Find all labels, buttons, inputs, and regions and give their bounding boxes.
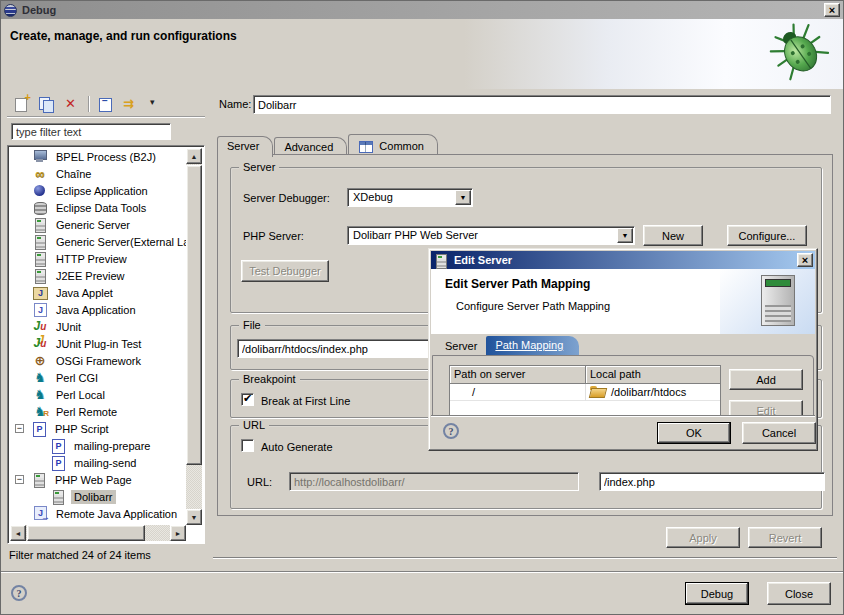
break-first-line-checkbox[interactable] [241,393,254,406]
add-mapping-button[interactable]: Add [729,369,803,390]
auto-generate-checkbox[interactable] [241,439,254,452]
table-row[interactable]: / /dolibarr/htdocs [450,384,720,401]
tab-server[interactable]: Server [217,136,273,157]
base-url-input [289,472,579,491]
tree-item-java-application[interactable]: Java Application [10,301,186,318]
junit-plugin-icon [32,336,48,351]
tree-vertical-scrollbar[interactable]: ▲ ▼ [186,148,202,525]
tree-item-generic-server-external[interactable]: Generic Server(External La [10,233,186,250]
horizontal-scroll-thumb[interactable] [27,525,145,541]
filter-launch-icon[interactable] [122,96,139,112]
type-filter-input[interactable] [11,123,171,140]
dialog-title: Edit Server [454,254,512,266]
tree-item-java-applet[interactable]: Java Applet [10,284,186,301]
filter-status-text: Filter matched 24 of 24 items [9,549,151,561]
remote-java-icon [32,506,48,521]
server-icon [50,489,66,504]
server-icon [32,217,48,232]
tree-item-dolibarr[interactable]: Dolibarr [10,488,186,505]
tab-common[interactable]: Common [348,134,438,156]
dialog-subheading: Configure Server Path Mapping [456,300,610,312]
php-server-select[interactable]: Dolibarr PHP Web Server ▼ [347,226,635,245]
debug-button[interactable]: Debug [685,582,749,605]
collapse-all-icon[interactable] [97,96,114,112]
apply-button[interactable]: Apply [666,527,740,548]
perl-camel-remote-icon [32,404,48,419]
tree-item-junit-plugin-test[interactable]: JUnit Plug-in Test [10,335,186,352]
test-debugger-button[interactable]: Test Debugger [241,260,329,282]
file-group-label: File [239,319,265,331]
vertical-scroll-thumb[interactable] [186,165,202,465]
server-debugger-label: Server Debugger: [243,192,330,204]
configuration-name-input[interactable] [253,95,831,114]
new-configuration-icon[interactable] [13,96,30,112]
server-icon [433,253,449,268]
tree-horizontal-scrollbar[interactable]: ◄ ► [10,525,186,541]
configure-server-button[interactable]: Configure... [727,225,807,246]
tree-item-eclipse-application[interactable]: Eclipse Application [10,182,186,199]
tree-item-http-preview[interactable]: HTTP Preview [10,250,186,267]
new-server-button[interactable]: New [643,225,703,246]
scroll-up-icon[interactable]: ▲ [186,148,202,164]
table-icon [358,138,374,153]
dialog-footer: ? OK Cancel [431,415,815,448]
tree-item-mailing-send[interactable]: mailing-send [10,454,186,471]
tree-item-junit[interactable]: JUnit [10,318,186,335]
url-path-input[interactable] [599,472,825,491]
scroll-down-icon[interactable]: ▼ [186,509,202,525]
folder-icon [590,386,606,398]
tree-item-perl-remote[interactable]: Perl Remote [10,403,186,420]
server-debugger-select[interactable]: XDebug ▼ [347,188,473,207]
help-icon[interactable]: ? [11,585,27,601]
path-mapping-table: Path on server Local path / /dolibarr/ht… [449,365,721,417]
window-titlebar: Debug × [1,1,843,19]
cancel-button[interactable]: Cancel [742,422,816,444]
eclipse-sphere-icon [32,183,48,198]
duplicate-configuration-icon[interactable] [38,96,55,112]
close-button[interactable]: Close [767,582,831,605]
configurations-sidebar: BPEL Process (B2J) Chaîne Eclipse Applic… [7,91,205,561]
tree-item-php-script[interactable]: −PHP Script [10,420,186,437]
server-icon [32,234,48,249]
edit-server-dialog: Edit Server × Edit Server Path Mapping C… [428,248,818,451]
panel-divider [213,557,837,558]
php-server-label: PHP Server: [243,230,304,242]
configuration-tree: BPEL Process (B2J) Chaîne Eclipse Applic… [7,145,205,544]
scroll-left-icon[interactable]: ◄ [10,525,26,541]
perl-camel-icon [32,387,48,402]
eclipse-icon [4,4,17,17]
dialog-help-icon[interactable]: ? [443,423,459,439]
tree-item-j2ee-preview[interactable]: J2EE Preview [10,267,186,284]
ok-button[interactable]: OK [657,422,731,444]
tree-item-remote-java-application[interactable]: Remote Java Application [10,505,186,522]
dialog-close-icon[interactable]: × [797,253,813,267]
tree-item-generic-server[interactable]: Generic Server [10,216,186,233]
tree-item-osgi-framework[interactable]: OSGi Framework [10,352,186,369]
window-close-button[interactable]: × [824,3,840,17]
tree-item-eclipse-data-tools[interactable]: Eclipse Data Tools [10,199,186,216]
chevron-down-icon[interactable]: ▼ [455,190,471,205]
url-label: URL: [247,476,272,488]
dialog-tab-path-mapping[interactable]: Path Mapping [486,336,579,355]
column-path-on-server[interactable]: Path on server [450,366,586,384]
tree-item-php-web-page[interactable]: −PHP Web Page [10,471,186,488]
column-local-path[interactable]: Local path [586,366,720,384]
chevron-down-icon[interactable]: ▼ [617,228,633,243]
name-label: Name: [219,98,251,110]
delete-configuration-icon[interactable] [63,96,80,112]
java-applet-icon [32,285,48,300]
tree-item-bpel-process[interactable]: BPEL Process (B2J) [10,148,186,165]
scroll-right-icon[interactable]: ► [170,525,186,541]
tree-item-perl-cgi[interactable]: Perl CGI [10,369,186,386]
revert-button[interactable]: Revert [748,527,822,548]
server-icon [32,251,48,266]
tree-collapse-expander[interactable]: − [15,475,24,484]
tree-item-mailing-prepare[interactable]: mailing-prepare [10,437,186,454]
dialog-tab-server[interactable]: Server [436,337,486,355]
tree-item-chaine[interactable]: Chaîne [10,165,186,182]
window-title: Debug [22,4,56,16]
php-script-icon [31,421,47,436]
toolbar-menu-chevron-icon[interactable] [147,96,164,112]
tree-collapse-expander[interactable]: − [15,424,24,433]
tree-item-perl-local[interactable]: Perl Local [10,386,186,403]
